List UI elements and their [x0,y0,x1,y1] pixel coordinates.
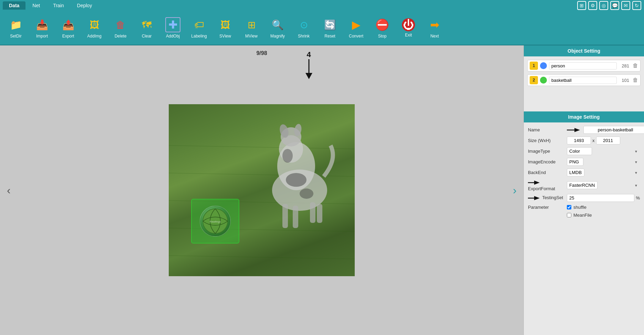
next-icon: ➡ [427,17,442,32]
clear-icon: 🗺 [139,17,154,32]
object-row-2: 2 101 🗑 [527,74,641,86]
labeling-icon: 🏷 [191,17,207,32]
dog-silhouette [169,104,355,276]
object-name-field-1[interactable] [549,62,617,69]
magnify-button[interactable]: 🔍 Magnify [265,13,290,43]
svg-rect-15 [310,202,315,223]
export-label: Export [62,34,74,39]
imageencode-label: ImageEncode [528,159,564,164]
addobj-icon: ✚ [165,17,180,32]
import-button[interactable]: 📥 Import [30,13,54,43]
meanfile-checkbox[interactable] [567,213,571,217]
imagetype-select-wrapper: Color Grayscale [567,147,640,155]
prev-nav-arrow[interactable]: ‹ [3,181,14,200]
sview-button[interactable]: 🖼 SView [213,13,238,43]
save-icon[interactable]: ⊞ [577,1,586,10]
testingset-row: TestingSet % [528,194,640,202]
right-panel: Object Setting 1 281 🗑 2 101 🗑 Image Set… [523,45,644,335]
shuffle-checkbox[interactable] [567,205,571,209]
tab-deploy[interactable]: Deploy [71,1,98,10]
testingset-input[interactable] [567,194,634,202]
width-input[interactable] [567,137,591,144]
export-icon: 📤 [61,17,76,32]
object-setting-header: Object Setting [524,45,644,56]
imageencode-row: ImageEncode PNG JPEG [528,158,640,166]
addimg-label: AddImg [87,34,101,39]
mview-icon: ⊞ [244,17,259,32]
annotation-4-arrow [304,59,314,80]
size-label: Size (WxH) [528,138,564,143]
image-setting-header: Image Setting [524,111,644,122]
stop-button[interactable]: ⛔ Stop [370,13,395,43]
backend-select[interactable]: LMDB HDF5 [567,169,584,176]
imagetype-label: ImageType [528,149,564,154]
svg-rect-16 [317,204,322,223]
image-counter: 9/98 [256,50,267,56]
exit-label: Exit [405,33,412,37]
convert-button[interactable]: ▶ Convert [344,13,368,43]
svg-point-18 [300,188,313,199]
refresh-icon[interactable]: ↻ [632,1,641,10]
exportformat-select[interactable]: FasterRCNN YOLO SSD [567,181,598,189]
object-color-2 [540,77,547,84]
imageencode-select-wrapper: PNG JPEG [567,158,640,166]
mview-button[interactable]: ⊞ MView [239,13,264,43]
setting-rows: Name Size (WxH) x [524,122,644,221]
imagetype-select[interactable]: Color Grayscale [567,147,592,155]
svg-marker-1 [305,73,312,79]
meanfile-label: MeanFile [573,213,592,218]
parameter-label: Parameter [528,205,564,210]
image-setting-section: Image Setting Name Size (WxH) [524,111,644,335]
object-name-field-2[interactable] [549,77,617,84]
labeling-button[interactable]: 🏷 Labeling [187,13,211,43]
tab-train[interactable]: Train [47,1,70,10]
next-button[interactable]: ➡ Next [422,13,447,43]
reset-icon: 🔄 [322,17,337,32]
help-icon[interactable]: ◎ [599,1,608,10]
labeling-label: Labeling [191,34,207,39]
annotation-arrow-4: 4 [304,50,314,80]
exportformat-select-wrapper: FasterRCNN YOLO SSD [567,181,640,189]
setdir-button[interactable]: 📁 SetDir [3,13,28,43]
svg-point-17 [286,173,307,187]
stop-label: Stop [378,34,387,39]
settings-icon[interactable]: ⚙ [588,1,597,10]
svg-rect-13 [282,204,288,228]
tab-net[interactable]: Net [26,1,46,10]
annotation-4-label: 4 [307,50,311,59]
backend-label: BackEnd [528,170,564,175]
toolbar: 📁 SetDir 📥 Import 📤 Export 🖼 AddImg 🗑 De… [0,11,644,45]
delete-button[interactable]: 🗑 Delete [108,13,133,43]
height-input[interactable] [596,137,620,144]
clear-button[interactable]: 🗺 Clear [134,13,159,43]
object-delete-1[interactable]: 🗑 [633,63,638,69]
annotation-arrow-1 [567,127,581,133]
exportformat-row: ExportFormat FasterRCNN YOLO SSD [528,179,640,191]
addobj-label: AddObj [166,34,180,39]
stop-icon: ⛔ [375,17,390,32]
export-button[interactable]: 📤 Export [56,13,81,43]
next-nav-arrow[interactable]: › [509,181,520,200]
addobj-button[interactable]: ✚ AddObj [160,13,185,43]
shrink-icon: ⊙ [296,17,311,32]
object-delete-2[interactable]: 🗑 [633,77,638,83]
setdir-label: SetDir [10,34,21,39]
addimg-button[interactable]: 🖼 AddImg [82,13,107,43]
mview-label: MView [245,34,258,39]
shrink-label: Shrink [298,34,310,39]
imageencode-select[interactable]: PNG JPEG [567,158,583,166]
magnify-label: Magnify [270,34,285,39]
exit-button[interactable]: ⏻ Exit [396,13,421,43]
name-input[interactable] [583,126,644,134]
tab-data[interactable]: Data [3,1,25,10]
mail-icon[interactable]: ✉ [621,1,630,10]
tab-bar: Data Net Train Deploy ⊞ ⚙ ◎ 💬 ✉ ↻ [0,0,644,11]
magnify-icon: 🔍 [270,17,285,32]
chat-icon[interactable]: 💬 [610,1,619,10]
reset-button[interactable]: 🔄 Reset [318,13,342,43]
object-row-1: 1 281 🗑 [527,60,641,72]
sview-icon: 🖼 [218,17,233,32]
image-canvas: Rawlings [169,104,355,276]
basketball-icon: Rawlings [200,206,231,237]
shrink-button[interactable]: ⊙ Shrink [291,13,316,43]
